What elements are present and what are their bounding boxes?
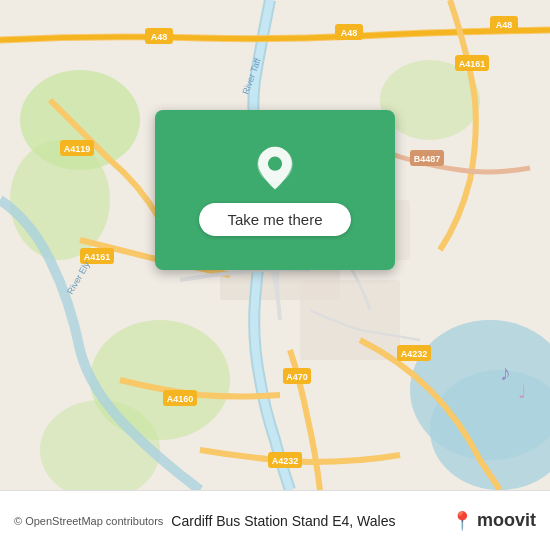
svg-text:A470: A470 xyxy=(286,372,308,382)
moovit-pin-icon: 📍 xyxy=(451,510,473,532)
svg-text:A4161: A4161 xyxy=(459,59,486,69)
svg-text:A4161: A4161 xyxy=(84,252,111,262)
svg-rect-9 xyxy=(300,280,400,360)
svg-point-38 xyxy=(268,156,282,170)
svg-text:A48: A48 xyxy=(151,32,168,42)
bottom-bar: © OpenStreetMap contributors Cardiff Bus… xyxy=(0,490,550,550)
svg-text:A48: A48 xyxy=(341,28,358,38)
take-me-there-button[interactable]: Take me there xyxy=(199,203,350,236)
svg-text:B4487: B4487 xyxy=(414,154,441,164)
svg-text:A4119: A4119 xyxy=(64,144,91,154)
destination-card: Take me there xyxy=(155,110,395,270)
map-container: A48 A48 A48 A4161 A4119 B4487 A4161 A470 xyxy=(0,0,550,490)
location-pin-icon xyxy=(251,145,299,193)
svg-text:♪: ♪ xyxy=(500,360,511,385)
svg-text:A48: A48 xyxy=(496,20,513,30)
moovit-logo: 📍 moovit xyxy=(451,510,536,532)
map-attribution: © OpenStreetMap contributors xyxy=(14,515,163,527)
moovit-brand-text: moovit xyxy=(477,510,536,531)
svg-text:A4232: A4232 xyxy=(272,456,299,466)
svg-point-7 xyxy=(380,60,480,140)
location-label: Cardiff Bus Station Stand E4, Wales xyxy=(171,513,451,529)
svg-text:A4232: A4232 xyxy=(401,349,428,359)
svg-text:♩: ♩ xyxy=(518,382,526,402)
svg-text:A4160: A4160 xyxy=(167,394,194,404)
